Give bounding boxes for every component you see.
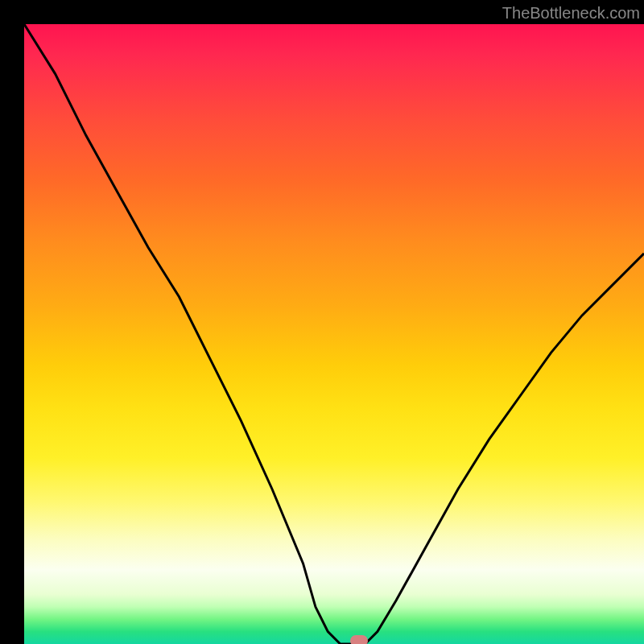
chart-area: [24, 24, 644, 644]
watermark-text: TheBottleneck.com: [502, 4, 640, 23]
bottleneck-curve: [24, 24, 644, 644]
optimal-point-marker: [350, 635, 368, 644]
